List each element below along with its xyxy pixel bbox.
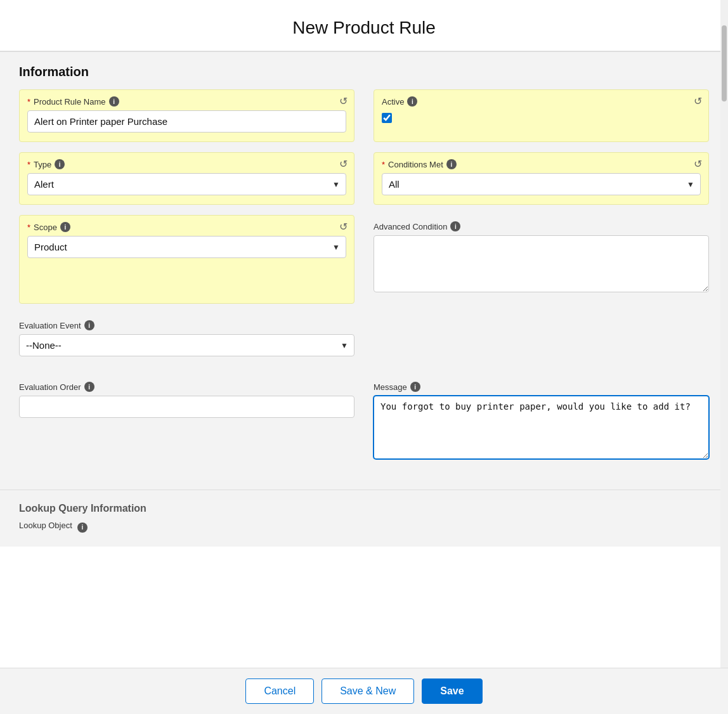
conditions-met-info-icon[interactable]: i xyxy=(446,159,457,169)
conditions-met-group: * Conditions Met i ↺ All Any Custom ▼ xyxy=(374,152,709,205)
footer: Cancel Save & New Save xyxy=(0,668,728,714)
active-label: Active i xyxy=(382,96,701,107)
evaluation-event-info-icon[interactable]: i xyxy=(84,320,94,330)
evaluation-order-group: Evaluation Order i xyxy=(19,375,354,471)
page-title: New Product Rule xyxy=(0,0,728,51)
lookup-section-title: Lookup Query Information xyxy=(19,503,709,514)
evaluation-event-select[interactable]: --None-- On Save On Submit xyxy=(19,334,354,356)
empty-spacer xyxy=(374,314,709,365)
conditions-met-select-wrapper: All Any Custom ▼ xyxy=(382,173,701,195)
save-and-new-button[interactable]: Save & New xyxy=(322,678,414,704)
advanced-condition-info-icon[interactable]: i xyxy=(450,221,460,231)
product-rule-name-group: * Product Rule Name i ↺ xyxy=(19,89,354,142)
scope-select[interactable]: Product Order Quote xyxy=(27,236,346,258)
message-group: Message i You forgot to buy printer pape… xyxy=(374,375,709,471)
type-group: * Type i ↺ Alert Discount Validation ▼ xyxy=(19,152,354,205)
advanced-condition-label: Advanced Condition i xyxy=(374,221,709,231)
scope-label: * Scope i xyxy=(27,222,346,232)
evaluation-event-group: Evaluation Event i --None-- On Save On S… xyxy=(19,314,354,365)
message-label: Message i xyxy=(374,382,709,392)
evaluation-event-label: Evaluation Event i xyxy=(19,320,354,330)
scrollbar-track[interactable] xyxy=(720,0,728,714)
lookup-object-info-icon[interactable]: i xyxy=(77,523,88,533)
message-textarea[interactable]: You forgot to buy printer paper, would y… xyxy=(374,396,709,459)
lookup-section: Lookup Query Information Lookup Object i xyxy=(0,490,728,547)
evaluation-event-select-wrapper: --None-- On Save On Submit ▼ xyxy=(19,334,354,356)
type-reset-icon[interactable]: ↺ xyxy=(339,159,348,169)
section-header: Information xyxy=(19,65,709,79)
lookup-object-field: Lookup Object i xyxy=(19,521,709,534)
type-label: * Type i xyxy=(27,159,346,169)
scrollbar-thumb[interactable] xyxy=(722,25,727,101)
conditions-met-select[interactable]: All Any Custom xyxy=(382,173,701,195)
scope-reset-icon[interactable]: ↺ xyxy=(339,222,348,232)
save-button[interactable]: Save xyxy=(422,678,482,704)
advanced-condition-group: Advanced Condition i xyxy=(374,215,709,304)
cancel-button[interactable]: Cancel xyxy=(245,678,314,704)
conditions-met-label: * Conditions Met i xyxy=(382,159,701,169)
required-marker: * xyxy=(27,97,30,107)
active-checkbox-wrapper xyxy=(382,110,701,126)
type-select[interactable]: Alert Discount Validation xyxy=(27,173,346,195)
information-section: Information * Product Rule Name i ↺ Acti… xyxy=(0,52,728,490)
lookup-object-label: Lookup Object xyxy=(19,521,72,530)
evaluation-order-label: Evaluation Order i xyxy=(19,382,354,392)
evaluation-order-input[interactable] xyxy=(19,396,354,418)
message-info-icon[interactable]: i xyxy=(410,382,420,392)
type-info-icon[interactable]: i xyxy=(55,159,65,169)
scope-info-icon[interactable]: i xyxy=(60,222,70,232)
active-info-icon[interactable]: i xyxy=(407,96,417,107)
advanced-condition-textarea[interactable] xyxy=(374,235,709,292)
active-checkbox[interactable] xyxy=(382,113,392,123)
required-marker: * xyxy=(382,160,385,169)
product-rule-name-label: * Product Rule Name i xyxy=(27,96,346,107)
active-group: Active i ↺ xyxy=(374,89,709,142)
scope-group: * Scope i ↺ Product Order Quote ▼ xyxy=(19,215,354,304)
conditions-met-reset-icon[interactable]: ↺ xyxy=(694,159,702,169)
evaluation-order-info-icon[interactable]: i xyxy=(84,382,94,392)
required-marker: * xyxy=(27,160,30,169)
active-reset-icon[interactable]: ↺ xyxy=(694,96,702,107)
product-rule-name-reset-icon[interactable]: ↺ xyxy=(339,96,348,107)
required-marker: * xyxy=(27,223,30,232)
scope-select-wrapper: Product Order Quote ▼ xyxy=(27,236,346,258)
product-rule-name-info-icon[interactable]: i xyxy=(109,96,119,107)
product-rule-name-input[interactable] xyxy=(27,110,346,133)
type-select-wrapper: Alert Discount Validation ▼ xyxy=(27,173,346,195)
